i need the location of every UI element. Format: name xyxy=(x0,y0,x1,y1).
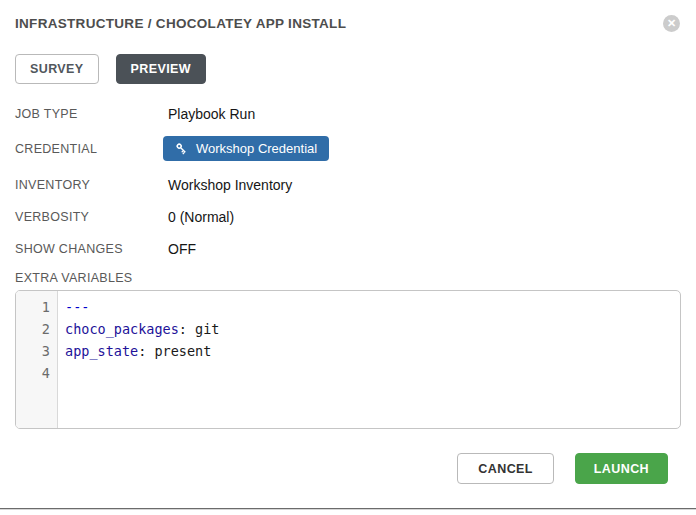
yaml-doc-start: --- xyxy=(65,299,89,315)
field-row-inventory: INVENTORY Workshop Inventory xyxy=(15,175,681,195)
yaml-value: : present xyxy=(138,343,211,359)
field-label: INVENTORY xyxy=(15,178,168,192)
line-number: 1 xyxy=(16,296,50,318)
field-value: OFF xyxy=(168,241,196,257)
cancel-button[interactable]: CANCEL xyxy=(457,453,553,484)
code-line: choco_packages: git xyxy=(65,318,680,340)
launch-button[interactable]: LAUNCH xyxy=(575,453,668,484)
field-label: CREDENTIAL xyxy=(15,142,168,156)
bottom-divider xyxy=(0,508,696,510)
tab-bar: SURVEY PREVIEW xyxy=(15,54,681,84)
close-icon[interactable]: ✕ xyxy=(663,15,680,32)
modal-footer: CANCEL LAUNCH xyxy=(15,453,681,484)
extra-variables-label: EXTRA VARIABLES xyxy=(15,271,681,285)
yaml-key: choco_packages xyxy=(65,321,179,337)
job-launch-preview-modal: INFRASTRUCTURE / CHOCOLATEY APP INSTALL … xyxy=(0,0,696,515)
editor-code-area[interactable]: --- choco_packages: git app_state: prese… xyxy=(58,291,680,428)
field-label: JOB TYPE xyxy=(15,107,168,121)
modal-title: INFRASTRUCTURE / CHOCOLATEY APP INSTALL xyxy=(15,14,346,31)
tab-survey[interactable]: SURVEY xyxy=(15,54,99,84)
field-value: Workshop Inventory xyxy=(168,177,292,193)
field-row-verbosity: VERBOSITY 0 (Normal) xyxy=(15,207,681,227)
code-line: app_state: present xyxy=(65,340,680,362)
line-number: 2 xyxy=(16,318,50,340)
editor-line-number-gutter: 1 2 3 4 xyxy=(16,291,58,428)
credential-badge-label: Workshop Credential xyxy=(196,141,317,156)
tab-preview[interactable]: PREVIEW xyxy=(116,54,206,84)
field-row-job-type: JOB TYPE Playbook Run xyxy=(15,104,681,124)
field-row-show-changes: SHOW CHANGES OFF xyxy=(15,239,681,259)
line-number: 3 xyxy=(16,340,50,362)
field-label: SHOW CHANGES xyxy=(15,242,168,256)
extra-variables-editor[interactable]: 1 2 3 4 --- choco_packages: git app_stat… xyxy=(15,290,681,429)
field-label: VERBOSITY xyxy=(15,210,168,224)
code-line: --- xyxy=(65,296,680,318)
field-value: Playbook Run xyxy=(168,106,255,122)
field-row-credential: CREDENTIAL Workshop Credential xyxy=(15,136,681,161)
yaml-value: : git xyxy=(179,321,220,337)
job-detail-fields: JOB TYPE Playbook Run CREDENTIAL xyxy=(15,104,681,259)
key-icon xyxy=(175,142,188,155)
line-number: 4 xyxy=(16,362,50,384)
yaml-key: app_state xyxy=(65,343,138,359)
code-line xyxy=(65,362,680,384)
field-value: 0 (Normal) xyxy=(168,209,234,225)
credential-badge[interactable]: Workshop Credential xyxy=(163,136,329,161)
modal-header: INFRASTRUCTURE / CHOCOLATEY APP INSTALL … xyxy=(15,14,681,32)
